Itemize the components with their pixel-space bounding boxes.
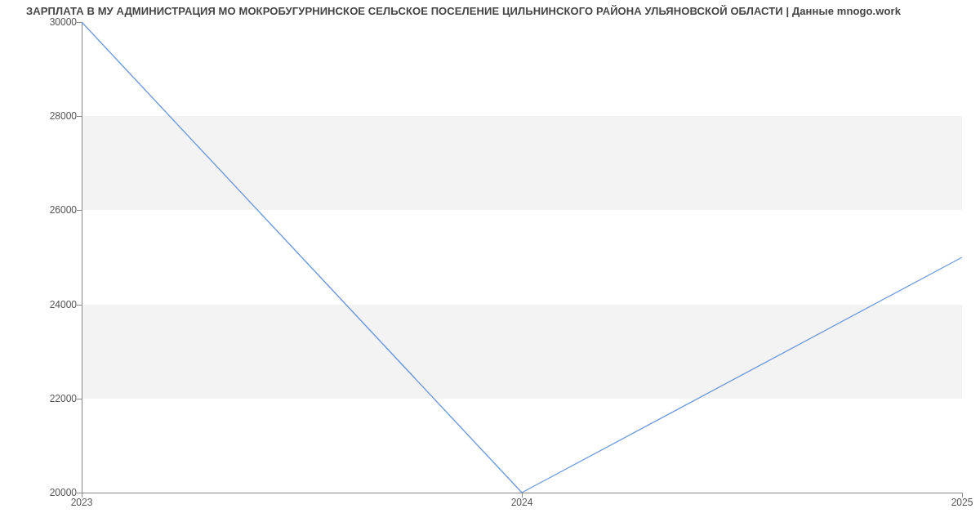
x-tick-label: 2024 [511, 497, 533, 508]
y-tick-label: 28000 [11, 110, 77, 122]
y-tick-mark [77, 22, 82, 23]
y-tick-label: 30000 [11, 16, 77, 28]
y-tick-label: 24000 [11, 299, 77, 310]
data-line [82, 22, 962, 493]
y-tick-mark [77, 116, 82, 117]
x-tick-label: 2023 [71, 497, 93, 508]
plot-area [82, 22, 962, 493]
y-tick-label: 22000 [11, 393, 77, 404]
x-tick-label: 2025 [951, 497, 973, 508]
y-tick-mark [77, 399, 82, 399]
y-tick-mark [77, 305, 82, 306]
chart-title: ЗАРПЛАТА В МУ АДМИНИСТРАЦИЯ МО МОКРОБУГУ… [26, 5, 980, 17]
chart-container: ЗАРПЛАТА В МУ АДМИНИСТРАЦИЯ МО МОКРОБУГУ… [0, 0, 980, 531]
y-tick-label: 20000 [11, 487, 77, 498]
y-tick-label: 26000 [11, 204, 77, 216]
y-tick-mark [77, 210, 82, 211]
